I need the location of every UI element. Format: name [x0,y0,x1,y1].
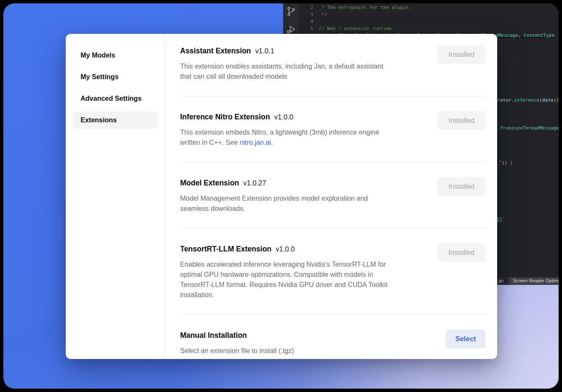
sidebar-item-advanced-settings[interactable]: Advanced Settings [72,90,158,107]
extension-info: Assistant Extensionv1.0.1 This extension… [180,45,431,82]
extensions-list: Assistant Extensionv1.0.1 This extension… [165,34,497,359]
manual-installation-title: Manual Installation [180,331,247,340]
settings-modal: My Models My Settings Advanced Settings … [66,34,497,359]
extension-info: Model Extensionv1.0.27 Model Management … [180,177,431,214]
extension-info: Manual Installation Select an extension … [180,329,431,356]
code-fragment: t}` [497,216,505,222]
extension-version: v1.0.27 [243,179,266,187]
status-bar-text: go [498,278,504,283]
extension-title: Assistant Extension [180,47,251,55]
screen-reader-optimize-status[interactable]: Screen Reader Optimize [509,277,559,285]
run-debug-icon[interactable] [286,24,297,35]
code-fragment: rator.inference(data)); [497,97,559,103]
nitro-jan-ai-link[interactable]: nitro.jan.ai. [240,139,273,146]
sidebar-item-my-models[interactable]: My Models [72,47,158,64]
settings-sidebar: My Models My Settings Advanced Settings … [66,34,165,359]
extension-title: Model Extension [180,179,239,187]
sidebar-item-extensions[interactable]: Extensions [72,111,158,129]
extension-row-inference-nitro: Inference Nitro Extensionv1.0.0 This ext… [180,97,486,163]
extension-version: v1.0.1 [255,47,274,55]
manual-installation-description: Select an extension file to install (.tg… [180,346,431,356]
extension-version: v1.0.0 [276,245,295,253]
installed-button[interactable]: Installed [437,243,486,262]
code-fragment: Promise<ThreadMessage> [500,125,559,131]
extension-description: Enables accelerated inference leveraging… [180,259,431,300]
installed-button[interactable]: Installed [437,45,486,64]
extension-row-model: Model Extensionv1.0.27 Model Management … [180,163,486,229]
extension-description: This extension enables assistants, inclu… [180,61,431,82]
extension-row-tensorrt-llm: TensortRT-LLM Extensionv1.0.0 Enables ac… [180,229,486,315]
extension-description: Model Management Extension provides mode… [180,193,431,214]
installed-button[interactable]: Installed [437,111,486,130]
desktop-background: 2 * The entrypoint for the plugin.3 */45… [3,3,559,389]
installed-button[interactable]: Installed [437,177,486,196]
extension-version: v1.0.0 [274,113,293,121]
select-file-button[interactable]: Select [445,329,486,348]
extension-row-assistant: Assistant Extensionv1.0.1 This extension… [180,45,486,97]
extension-title: Inference Nitro Extension [180,113,270,121]
sidebar-item-my-settings[interactable]: My Settings [72,68,158,86]
manual-installation-row: Manual Installation Select an extension … [180,315,486,359]
extension-info: Inference Nitro Extensionv1.0.0 This ext… [180,111,431,148]
extension-title: TensortRT-LLM Extension [180,245,272,253]
extension-description: This extension embeds Nitro, a lightweig… [180,127,431,148]
extension-info: TensortRT-LLM Extensionv1.0.0 Enables ac… [180,243,431,300]
source-control-icon[interactable] [286,6,297,17]
code-fragment: ")) { [499,160,513,166]
